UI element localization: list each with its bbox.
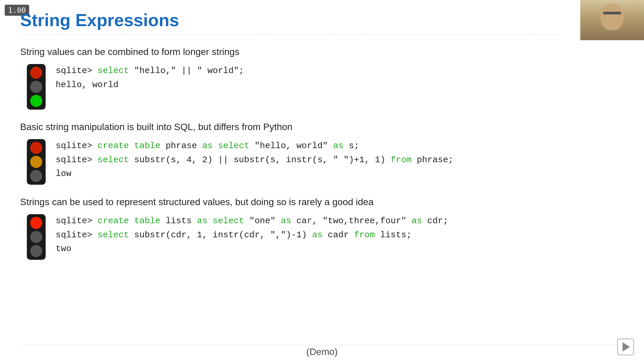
code-car: car, "two,three,four"	[291, 216, 412, 226]
code-lists-ref: lists;	[375, 230, 412, 240]
traffic-light-3	[27, 214, 46, 260]
green-light-1	[30, 95, 42, 107]
code-cadr: cadr	[323, 230, 354, 240]
section-1-description: String values can be combined to form lo…	[20, 47, 560, 57]
slide-content: String Expressions String values can be …	[0, 0, 580, 362]
code-kw-from-2: from	[354, 230, 375, 240]
red-light-3	[30, 217, 42, 229]
code-line-2-1: sqlite> create table phrase as select "h…	[56, 139, 453, 153]
code-line-1-1: sqlite> select "hello," || " world";	[56, 64, 244, 78]
code-hello-world: "hello, world"	[249, 141, 333, 151]
code-s: s;	[343, 141, 359, 151]
code-line-1-2: hello, world	[56, 78, 244, 92]
green-light-3	[30, 245, 42, 257]
code-keyword-1-1: select	[98, 66, 129, 76]
code-line-2-3: low	[56, 167, 453, 181]
code-output-3: two	[56, 244, 71, 254]
code-prompt-2-1: sqlite>	[56, 141, 98, 151]
section-1-code: sqlite> select "hello," || " world"; hel…	[56, 64, 244, 92]
code-substr-cdr: substr(cdr, 1, instr(cdr, ",")-1)	[129, 230, 312, 240]
red-light-2	[30, 142, 42, 154]
section-2: Basic string manipulation is built into …	[20, 122, 560, 185]
code-phrase: phrase	[160, 141, 202, 151]
code-one: "one"	[244, 216, 281, 226]
code-line-3-3: two	[56, 242, 448, 256]
code-kw-as-1: as	[202, 141, 213, 151]
code-line-2-2: sqlite> select substr(s, 4, 2) || substr…	[56, 153, 453, 167]
code-kw-create-1: create table	[98, 141, 160, 151]
section-3-code-block: sqlite> create table lists as select "on…	[27, 214, 560, 260]
code-line-3-1: sqlite> create table lists as select "on…	[56, 214, 448, 228]
webcam-view	[580, 0, 644, 40]
code-cdr: cdr;	[422, 216, 448, 226]
code-prompt-3-1: sqlite>	[56, 216, 98, 226]
code-kw-select-4: select	[98, 230, 129, 240]
presenter-face	[600, 3, 624, 30]
code-kw-select-3: select	[98, 155, 129, 165]
code-lists: lists	[160, 216, 197, 226]
code-prompt-2-2: sqlite>	[56, 155, 98, 165]
yellow-light-2	[30, 156, 42, 168]
section-2-description: Basic string manipulation is built into …	[20, 122, 560, 132]
red-light-1	[30, 67, 42, 79]
slide-title: String Expressions	[20, 10, 560, 35]
traffic-light-1	[27, 64, 46, 110]
code-phrase-ref: phrase;	[412, 155, 453, 165]
section-1-code-block: sqlite> select "hello," || " world"; hel…	[27, 64, 560, 110]
section-3: Strings can be used to represent structu…	[20, 197, 560, 260]
play-button[interactable]	[617, 339, 634, 355]
section-2-code-block: sqlite> create table phrase as select "h…	[27, 139, 560, 185]
code-line-3-2: sqlite> select substr(cdr, 1, instr(cdr,…	[56, 228, 448, 242]
traffic-light-2	[27, 139, 46, 185]
yellow-light-3	[30, 231, 42, 243]
code-kw-select-2: select	[218, 141, 250, 151]
section-2-code: sqlite> create table phrase as select "h…	[56, 139, 453, 181]
code-rest-1-1: "hello," || " world";	[129, 66, 244, 76]
section-3-code: sqlite> create table lists as select "on…	[56, 214, 448, 256]
code-kw-as-5: as	[312, 230, 323, 240]
code-prompt-1-1: sqlite>	[56, 66, 98, 76]
code-prompt-3-2: sqlite>	[56, 230, 98, 240]
code-space-1	[213, 141, 218, 151]
code-output-1: hello, world	[56, 80, 118, 90]
code-kw-as-4: as	[412, 216, 422, 226]
code-substr: substr(s, 4, 2) || substr(s, instr(s, " …	[129, 155, 390, 165]
demo-label: (Demo)	[306, 347, 337, 357]
code-kw-create-2: create table	[98, 216, 160, 226]
code-kw-as-2: as	[333, 141, 343, 151]
presenter-video	[580, 0, 644, 40]
section-3-description: Strings can be used to represent structu…	[20, 197, 560, 207]
play-icon	[623, 342, 630, 352]
bottom-divider	[20, 345, 624, 345]
green-light-2	[30, 170, 42, 182]
code-kw-from-1: from	[391, 155, 412, 165]
code-kw-as-select: as select	[197, 216, 244, 226]
yellow-light-1	[30, 81, 42, 93]
code-kw-as-3: as	[281, 216, 291, 226]
code-output-2: low	[56, 169, 71, 179]
section-1: String values can be combined to form lo…	[20, 47, 560, 110]
